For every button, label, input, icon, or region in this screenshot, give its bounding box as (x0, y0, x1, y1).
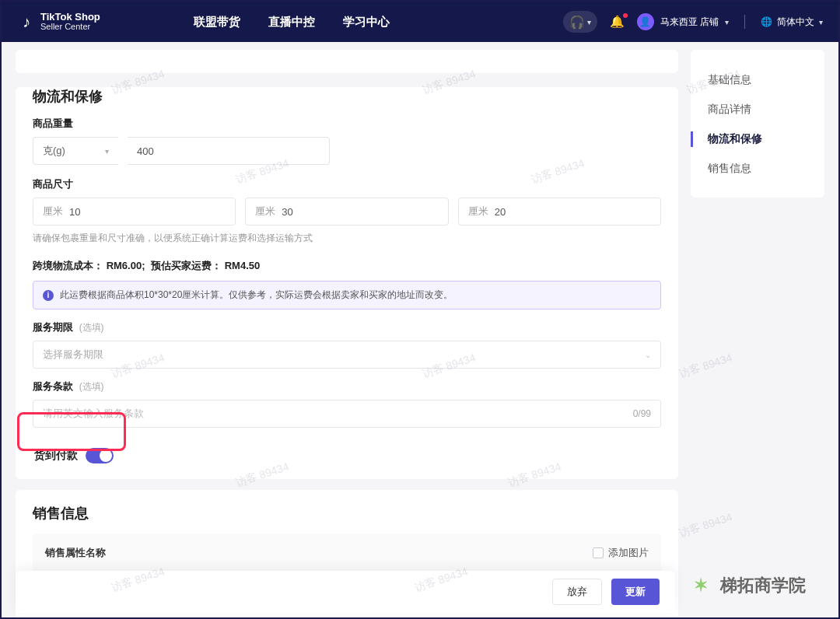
attr-name-label: 销售属性名称 (45, 546, 106, 560)
service-period-select[interactable]: 选择服务期限 ⌄ (33, 341, 661, 369)
chevron-down-icon: ▾ (587, 18, 591, 26)
logistics-title: 物流和保修 (33, 87, 661, 106)
header-tabs: 联盟带货 直播中控 学习中心 (194, 15, 390, 30)
support-dropdown[interactable]: 🎧 ▾ (563, 11, 597, 33)
store-name: 马来西亚 店铺 (660, 16, 719, 29)
chevron-down-icon: ⌄ (645, 351, 651, 359)
footer-action-bar: 放弃 更新 (16, 571, 675, 613)
checkbox-icon (593, 547, 604, 558)
weight-input[interactable]: 400 (128, 137, 330, 165)
top-bar: ♪ TikTok Shop Seller Center 联盟带货 直播中控 学习… (2, 2, 838, 42)
previous-section-card (16, 50, 678, 73)
logo-text: TikTok Shop Seller Center (40, 12, 100, 31)
tab-affiliate[interactable]: 联盟带货 (194, 15, 240, 30)
dim-length-input[interactable]: 厘米 10 (33, 198, 236, 226)
dim-width-input[interactable]: 厘米 30 (245, 198, 448, 226)
globe-icon: 🌐 (761, 16, 772, 27)
discard-button[interactable]: 放弃 (552, 579, 602, 605)
language-label: 简体中文 (777, 16, 814, 29)
update-button[interactable]: 更新 (611, 579, 660, 605)
weight-unit-select[interactable]: 克(g) ▾ (33, 137, 118, 165)
dimensions-label: 商品尺寸 (33, 177, 661, 191)
tiktok-icon: ♪ (17, 12, 36, 31)
anchor-logistics[interactable]: 物流和保修 (691, 124, 824, 154)
language-switcher[interactable]: 🌐 简体中文 ▾ (761, 16, 823, 29)
anchor-basic-info[interactable]: 基础信息 (691, 65, 824, 95)
shipping-cost-line: 跨境物流成本： RM6.00; 预估买家运费： RM4.50 (33, 259, 661, 273)
page-anchor-nav: 基础信息 商品详情 物流和保修 销售信息 (691, 50, 824, 198)
tab-live-control[interactable]: 直播中控 (268, 15, 315, 30)
anchor-sales[interactable]: 销售信息 (691, 154, 824, 184)
service-period-label: 服务期限 (选填) (33, 320, 661, 334)
bell-icon: 🔔 (610, 15, 625, 28)
notification-dot (623, 13, 628, 18)
chevron-down-icon: ▾ (105, 147, 109, 156)
store-avatar-icon: 👤 (637, 13, 654, 30)
chevron-down-icon: ▾ (819, 18, 823, 26)
dim-height-input[interactable]: 厘米 20 (458, 198, 661, 226)
source-brand-overlay: ✶ 梯拓商学院 (680, 569, 815, 602)
logistics-card: 物流和保修 商品重量 克(g) ▾ 400 商品尺寸 厘米 10 厘米 (16, 87, 678, 479)
weight-label: 商品重量 (33, 117, 661, 131)
anchor-product-detail[interactable]: 商品详情 (691, 95, 824, 124)
store-switcher[interactable]: 👤 马来西亚 店铺 ▾ (637, 13, 729, 30)
tab-learning[interactable]: 学习中心 (343, 15, 390, 30)
sales-title: 销售信息 (33, 504, 661, 523)
cod-toggle[interactable] (86, 448, 114, 463)
shipping-info-alert: i 此运费根据商品体积10*30*20厘米计算。仅供参考，实际运费会根据卖家和买… (33, 281, 661, 310)
info-icon: i (43, 290, 54, 301)
cod-label: 货到付款 (34, 449, 78, 463)
headset-icon: 🎧 (569, 15, 585, 30)
chevron-down-icon: ▾ (725, 18, 729, 26)
terms-input[interactable]: 请用英文输入服务条款 0/99 (33, 400, 661, 428)
logo[interactable]: ♪ TikTok Shop Seller Center (17, 12, 100, 31)
terms-label: 服务条款 (选填) (33, 379, 661, 393)
dimensions-helper: 请确保包裹重量和尺寸准确，以便系统正确计算运费和选择运输方式 (33, 232, 661, 245)
add-image-checkbox[interactable]: 添加图片 (593, 546, 649, 560)
divider (744, 15, 745, 29)
terms-counter: 0/99 (633, 408, 651, 419)
wechat-icon: ✶ (689, 574, 712, 597)
notifications-button[interactable]: 🔔 (610, 15, 625, 29)
